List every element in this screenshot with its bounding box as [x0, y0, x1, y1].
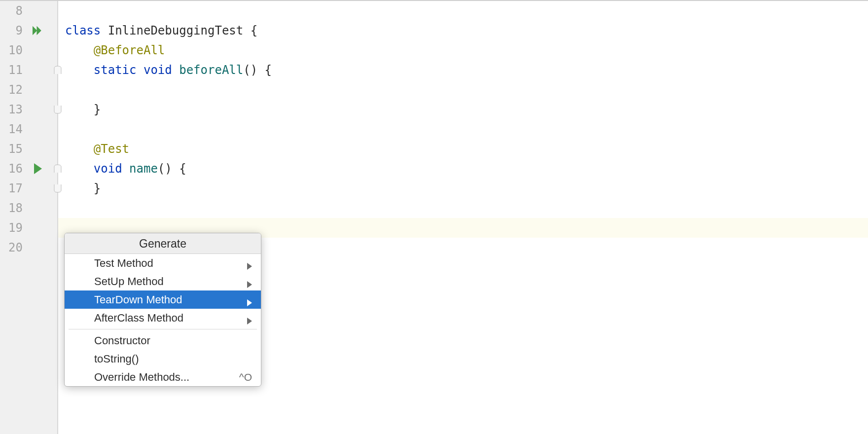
code-line[interactable]: [58, 80, 868, 100]
annotation: @Test: [94, 142, 129, 156]
brace: {: [251, 24, 257, 37]
popup-item-label: Override Methods...: [94, 371, 189, 384]
gutter-line: 19: [0, 218, 57, 238]
code-line[interactable]: class InlineDebuggingTest {: [58, 21, 868, 40]
gutter-line: 20: [0, 238, 57, 257]
code-line[interactable]: }: [58, 179, 868, 198]
keyword: static: [94, 63, 137, 77]
class-name: InlineDebuggingTest: [101, 24, 250, 37]
run-all-icon[interactable]: [33, 25, 43, 36]
brace: }: [94, 103, 101, 116]
popup-item-afterclass-method[interactable]: AfterClass Method: [65, 309, 261, 327]
indent: [65, 142, 94, 156]
gutter-line: 10: [0, 40, 57, 60]
popup-separator: [69, 329, 257, 329]
gutter-line: 9: [0, 21, 57, 40]
parens: () {: [243, 63, 272, 77]
line-number: 15: [8, 142, 57, 156]
keyword: void: [94, 162, 122, 176]
popup-item-test-method[interactable]: Test Method: [65, 254, 261, 272]
brace: }: [94, 181, 101, 195]
keyword: void: [144, 63, 172, 77]
popup-item-constructor[interactable]: Constructor: [65, 331, 261, 350]
space: [172, 63, 179, 77]
popup-title: Generate: [65, 233, 261, 254]
gutter-line: 15: [0, 139, 57, 159]
generate-popup: Generate Test Method SetUp Method TearDo…: [64, 233, 261, 387]
line-number: 12: [8, 83, 57, 97]
popup-item-label: Constructor: [94, 334, 150, 347]
popup-item-label: Test Method: [94, 257, 153, 270]
gutter-line: 16: [0, 159, 57, 179]
line-number: 8: [16, 4, 57, 18]
gutter-line: 18: [0, 198, 57, 218]
gutter: 8 9 10 11 12 13 14 15 16: [0, 1, 58, 434]
line-number: 13: [8, 103, 57, 116]
gutter-line: 12: [0, 80, 57, 100]
method-name: beforeAll: [179, 63, 243, 77]
run-icon[interactable]: [33, 163, 43, 174]
popup-item-teardown-method[interactable]: TearDown Method: [65, 290, 261, 309]
indent: [65, 162, 94, 176]
code-line[interactable]: @Test: [58, 139, 868, 159]
gutter-line: 14: [0, 119, 57, 139]
indent: [65, 181, 94, 195]
space: [137, 63, 144, 77]
line-number: 18: [8, 201, 57, 215]
code-line[interactable]: void name() {: [58, 159, 868, 179]
popup-item-label: toString(): [94, 353, 139, 365]
popup-item-label: TearDown Method: [94, 293, 182, 306]
keyword: class: [65, 24, 101, 37]
line-number: 14: [8, 122, 57, 136]
code-line[interactable]: @BeforeAll: [58, 40, 868, 60]
gutter-line: 11: [0, 60, 57, 80]
popup-item-label: SetUp Method: [94, 275, 164, 288]
line-number: 11: [8, 63, 57, 77]
space: [122, 162, 129, 176]
popup-item-override-methods[interactable]: Override Methods... ^O: [65, 368, 261, 386]
indent: [65, 103, 94, 116]
parens: () {: [158, 162, 186, 176]
popup-shortcut: ^O: [239, 371, 252, 383]
chevron-right-icon: [247, 296, 252, 303]
line-number: 19: [8, 221, 57, 235]
method-name: name: [129, 162, 158, 176]
code-line[interactable]: }: [58, 100, 868, 119]
line-number: 17: [8, 181, 57, 195]
code-line[interactable]: [58, 119, 868, 139]
chevron-right-icon: [247, 278, 252, 285]
code-line[interactable]: [58, 1, 868, 21]
chevron-right-icon: [247, 315, 252, 322]
popup-item-setup-method[interactable]: SetUp Method: [65, 272, 261, 290]
annotation: @BeforeAll: [94, 43, 165, 57]
popup-item-label: AfterClass Method: [94, 312, 183, 325]
line-number: 10: [8, 43, 57, 57]
line-number: 20: [8, 241, 57, 254]
code-line[interactable]: [58, 198, 868, 218]
gutter-line: 17: [0, 179, 57, 198]
chevron-right-icon: [247, 260, 252, 267]
indent: [65, 43, 94, 57]
code-line[interactable]: static void beforeAll() {: [58, 60, 868, 80]
gutter-line: 8: [0, 1, 57, 21]
indent: [65, 63, 94, 77]
popup-item-tostring[interactable]: toString(): [65, 350, 261, 368]
gutter-line: 13: [0, 100, 57, 119]
